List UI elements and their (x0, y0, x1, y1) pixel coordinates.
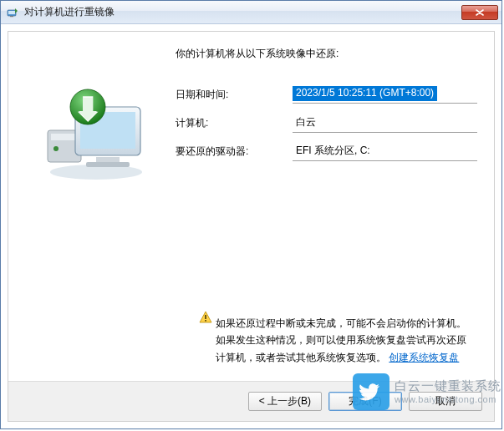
value-drives: EFI 系统分区, C: (293, 142, 477, 161)
info-area: 你的计算机将从以下系统映像中还原: 日期和时间: 2023/1/5 10:25:… (167, 47, 477, 307)
value-datetime-wrap: 2023/1/5 10:25:11 (GMT+8:00) (293, 86, 477, 104)
intro-text: 你的计算机将从以下系统映像中还原: (176, 47, 477, 61)
finish-button[interactable]: 完成(F) (328, 392, 402, 411)
svg-rect-5 (51, 134, 78, 140)
row-computer: 计算机: 白云 (176, 114, 477, 131)
window-title: 对计算机进行重镜像 (24, 5, 461, 19)
app-icon (6, 6, 19, 19)
row-datetime: 日期和时间: 2023/1/5 10:25:11 (GMT+8:00) (176, 86, 477, 103)
warning-text: 如果还原过程中断或未完成，可能不会启动你的计算机。 如果发生这种情况，则可以使用… (216, 315, 467, 366)
reimage-dialog: 对计算机进行重镜像 (0, 0, 502, 429)
cancel-button[interactable]: 取消 (409, 392, 482, 411)
value-datetime: 2023/1/5 10:25:11 (GMT+8:00) (293, 86, 437, 101)
svg-rect-12 (205, 315, 206, 319)
titlebar: 对计算机进行重镜像 (1, 1, 501, 24)
restore-image-icon (38, 82, 155, 182)
svg-rect-10 (86, 162, 130, 167)
warning-icon (199, 311, 212, 324)
label-datetime: 日期和时间: (176, 88, 293, 102)
close-button[interactable] (461, 5, 498, 20)
button-bar: < 上一步(B) 完成(F) 取消 (8, 381, 494, 421)
row-drives: 要还原的驱动器: EFI 系统分区, C: (176, 143, 477, 160)
label-computer: 计算机: (176, 116, 293, 130)
warning-line1: 如果还原过程中断或未完成，可能不会启动你的计算机。 (216, 317, 466, 329)
label-drives: 要还原的驱动器: (176, 145, 293, 159)
svg-rect-9 (96, 157, 120, 162)
content-panel: 你的计算机将从以下系统映像中还原: 日期和时间: 2023/1/5 10:25:… (8, 31, 495, 422)
close-icon (476, 9, 484, 16)
svg-point-6 (53, 146, 59, 151)
value-computer: 白云 (293, 114, 477, 133)
back-button[interactable]: < 上一步(B) (248, 392, 322, 411)
svg-rect-13 (205, 320, 206, 322)
wizard-graphic (25, 47, 167, 307)
svg-rect-2 (10, 16, 13, 17)
create-recovery-disk-link[interactable]: 创建系统恢复盘 (389, 352, 459, 363)
warning-block: 如果还原过程中断或未完成，可能不会启动你的计算机。 如果发生这种情况，则可以使用… (8, 315, 494, 381)
main-area: 你的计算机将从以下系统映像中还原: 日期和时间: 2023/1/5 10:25:… (8, 32, 494, 315)
svg-rect-1 (8, 11, 15, 14)
